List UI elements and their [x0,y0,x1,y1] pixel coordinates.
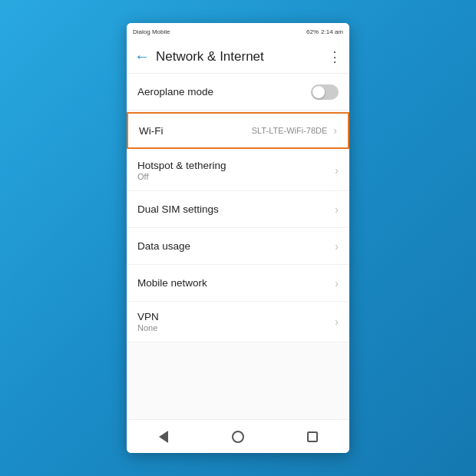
vpn-chevron-icon: › [335,316,339,328]
hotspot-title: Hotspot & tethering [137,160,226,171]
nav-bar [127,419,349,453]
back-button[interactable]: ← [134,48,150,65]
data-usage-text: Data usage [137,240,190,252]
setting-item-mobile-network[interactable]: Mobile network › [127,265,349,302]
wifi-value: SLT-LTE-WiFi-78DE [252,126,328,135]
back-triangle-icon [159,431,168,443]
phone-container: Dialog Mobile 62% 2:14 am ← Network & In… [127,23,349,453]
setting-item-vpn[interactable]: VPN None › [127,302,349,342]
aeroplane-mode-right [311,84,339,100]
dual-sim-title: Dual SIM settings [137,203,219,215]
wifi-chevron-icon: › [333,124,337,137]
setting-item-aeroplane-mode[interactable]: Aeroplane mode [127,74,349,111]
status-left: Dialog Mobile [133,28,170,35]
nav-home-button[interactable] [223,421,253,452]
dual-sim-text: Dual SIM settings [137,203,219,215]
page-title: Network & Internet [156,49,328,64]
hotspot-text: Hotspot & tethering Off [137,160,226,181]
aeroplane-mode-title: Aeroplane mode [137,86,213,98]
aeroplane-mode-toggle[interactable] [311,84,339,100]
vpn-right: › [335,316,339,328]
setting-item-hotspot[interactable]: Hotspot & tethering Off › [127,150,349,191]
hotspot-chevron-icon: › [335,164,339,177]
hotspot-subtitle: Off [137,172,226,181]
home-circle-icon [232,431,244,443]
dual-sim-right: › [335,203,339,216]
mobile-network-title: Mobile network [137,277,207,289]
nav-recent-button[interactable] [297,421,328,452]
vpn-title: VPN [137,311,159,322]
nav-back-button[interactable] [148,421,179,452]
aeroplane-mode-text: Aeroplane mode [137,86,213,98]
wifi-text: Wi-Fi [139,125,163,137]
mobile-network-text: Mobile network [137,277,207,289]
mobile-network-right: › [335,277,339,289]
data-usage-chevron-icon: › [335,240,339,253]
setting-item-dual-sim[interactable]: Dual SIM settings › [127,191,349,228]
settings-list: Aeroplane mode Wi-Fi SLT-LTE-WiFi-78DE ›… [127,74,349,419]
status-right: 62% 2:14 am [306,28,343,35]
vpn-subtitle: None [137,323,159,332]
setting-item-data-usage[interactable]: Data usage › [127,228,349,265]
carrier-text: Dialog Mobile [133,28,170,35]
vpn-text: VPN None [137,311,159,332]
wifi-title: Wi-Fi [139,125,163,137]
mobile-network-chevron-icon: › [335,277,339,289]
data-usage-title: Data usage [137,240,190,252]
time-text: 2:14 am [321,28,343,35]
hotspot-right: › [335,164,339,177]
battery-text: 62% [306,28,319,35]
setting-item-wifi[interactable]: Wi-Fi SLT-LTE-WiFi-78DE › [127,112,349,149]
more-options-button[interactable]: ⋮ [328,48,342,65]
header: ← Network & Internet ⋮ [127,40,349,74]
data-usage-right: › [335,240,339,253]
status-bar: Dialog Mobile 62% 2:14 am [127,23,349,40]
recent-square-icon [307,431,318,442]
dual-sim-chevron-icon: › [335,203,339,216]
toggle-knob [312,86,325,98]
wifi-right: SLT-LTE-WiFi-78DE › [252,124,337,137]
